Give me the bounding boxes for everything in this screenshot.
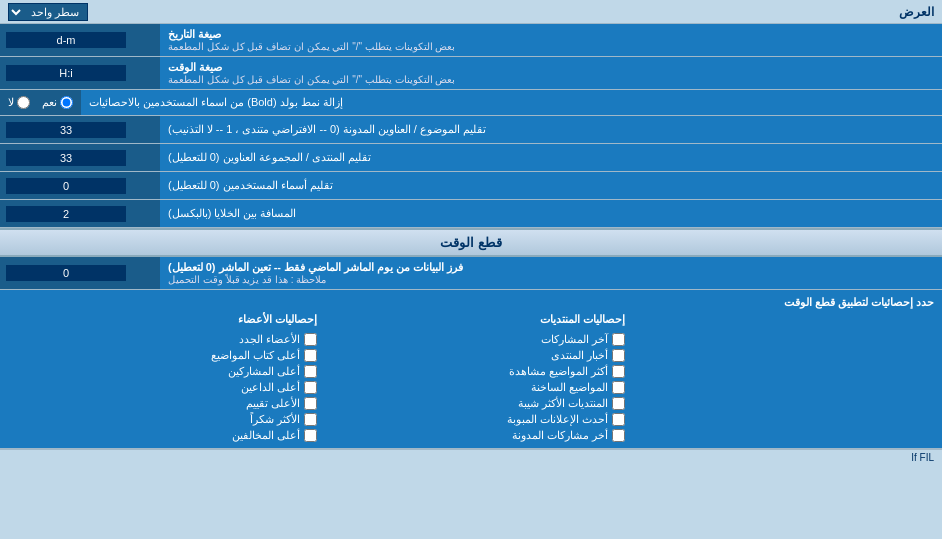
checkbox-forum-1: أخبار المنتدى: [317, 349, 626, 362]
forum-columns-label: تقليم المنتدى / المجموعة العناوين (0 للت…: [160, 144, 942, 171]
checkbox-forum-6-input[interactable]: [612, 429, 625, 442]
checkbox-forum-5: أحدث الإعلانات المبوبة: [317, 413, 626, 426]
timing-input-container: [0, 257, 160, 289]
timing-input[interactable]: [6, 265, 126, 281]
bottom-note-text: If FIL: [911, 452, 934, 463]
checkbox-forum-1-label: أخبار المنتدى: [551, 349, 608, 362]
checkbox-member-3-input[interactable]: [304, 381, 317, 394]
cell-gap-row: المسافة بين الخلايا (بالبكسل): [0, 200, 942, 228]
checkbox-member-6-input[interactable]: [304, 429, 317, 442]
user-names-input-container: [0, 172, 160, 199]
cell-gap-label: المسافة بين الخلايا (بالبكسل): [160, 200, 942, 227]
time-format-input-container: [0, 57, 160, 89]
checkbox-member-2-label: أعلى المشاركين: [228, 365, 300, 378]
checkbox-forum-4: المنتديات الأكثر شيبة: [317, 397, 626, 410]
checkbox-member-2-input[interactable]: [304, 365, 317, 378]
checkbox-member-4: الأعلى تقييم: [8, 397, 317, 410]
checkbox-forum-2: أكثر المواضيع مشاهدة: [317, 365, 626, 378]
date-format-title: صيغة التاريخ: [168, 28, 221, 41]
checkbox-member-1-input[interactable]: [304, 349, 317, 362]
checkbox-forum-2-input[interactable]: [612, 365, 625, 378]
checkbox-member-1: أعلى كتاب المواضيع: [8, 349, 317, 362]
checkbox-forum-3: المواضيع الساخنة: [317, 381, 626, 394]
checkbox-member-3: أعلى الداعين: [8, 381, 317, 394]
checkbox-member-4-label: الأعلى تقييم: [246, 397, 300, 410]
checkbox-forum-1-input[interactable]: [612, 349, 625, 362]
checkbox-col-empty: [625, 313, 934, 442]
bold-no-radio[interactable]: [17, 96, 30, 109]
time-format-row: صيغة الوقت بعض التكوينات يتطلب "/" التي …: [0, 57, 942, 90]
checkbox-forum-3-input[interactable]: [612, 381, 625, 394]
user-names-input[interactable]: [6, 178, 126, 194]
checkbox-col-members: إحصاليات الأعضاء الأعضاء الجدد أعلى كتاب…: [8, 313, 317, 442]
checkboxes-section: حدد إحصائيات لتطبيق قطع الوقت إحصاليات ا…: [0, 290, 942, 449]
checkbox-forum-6-label: أخر مشاركات المدونة: [512, 429, 608, 442]
user-names-row: تقليم أسماء المستخدمين (0 للتعطيل): [0, 172, 942, 200]
checkbox-member-5: الأكثر شكراً: [8, 413, 317, 426]
checkbox-member-6: أعلى المخالفين: [8, 429, 317, 442]
bold-no-label[interactable]: لا: [8, 96, 30, 109]
checkbox-forum-0: آخر المشاركات: [317, 333, 626, 346]
subject-columns-row: تقليم الموضوع / العناوين المدونة (0 -- ا…: [0, 116, 942, 144]
checkbox-forum-5-input[interactable]: [612, 413, 625, 426]
checkbox-forum-0-input[interactable]: [612, 333, 625, 346]
cell-gap-input[interactable]: [6, 206, 126, 222]
member-stats-title: إحصاليات الأعضاء: [8, 313, 317, 326]
checkbox-forum-4-label: المنتديات الأكثر شيبة: [518, 397, 608, 410]
subject-columns-input[interactable]: [6, 122, 126, 138]
checkbox-col-forums: إحصاليات المنتديات آخر المشاركات أخبار ا…: [317, 313, 626, 442]
checkbox-member-1-label: أعلى كتاب المواضيع: [211, 349, 300, 362]
checkbox-member-5-label: الأكثر شكراً: [250, 413, 300, 426]
timing-label: فرز البيانات من يوم الماشر الماضي فقط --…: [160, 257, 942, 289]
cell-gap-input-container: [0, 200, 160, 227]
checkbox-forum-6: أخر مشاركات المدونة: [317, 429, 626, 442]
checkbox-forum-2-label: أكثر المواضيع مشاهدة: [509, 365, 608, 378]
time-format-title: صيغة الوقت: [168, 61, 222, 74]
subject-columns-label: تقليم الموضوع / العناوين المدونة (0 -- ا…: [160, 116, 942, 143]
checkboxes-grid: إحصاليات المنتديات آخر المشاركات أخبار ا…: [8, 313, 934, 442]
checkbox-forum-3-label: المواضيع الساخنة: [531, 381, 608, 394]
bold-remove-label: إزالة نمط بولد (Bold) من اسماء المستخدمي…: [81, 90, 942, 115]
date-format-input[interactable]: [6, 32, 126, 48]
bold-no-text: لا: [8, 96, 14, 109]
checkbox-forum-4-input[interactable]: [612, 397, 625, 410]
bold-remove-options: نعم لا: [0, 90, 81, 115]
forum-stats-title: إحصاليات المنتديات: [317, 313, 626, 326]
checkbox-member-2: أعلى المشاركين: [8, 365, 317, 378]
forum-columns-input-container: [0, 144, 160, 171]
time-format-desc: بعض التكوينات يتطلب "/" التي يمكن ان تضا…: [168, 74, 455, 85]
date-format-desc: بعض التكوينات يتطلب "/" التي يمكن ان تضا…: [168, 41, 455, 52]
checkbox-member-4-input[interactable]: [304, 397, 317, 410]
bold-remove-row: إزالة نمط بولد (Bold) من اسماء المستخدمي…: [0, 90, 942, 116]
checkbox-forum-5-label: أحدث الإعلانات المبوبة: [507, 413, 608, 426]
date-format-row: صيغة التاريخ بعض التكوينات يتطلب "/" الت…: [0, 24, 942, 57]
timing-section-header: قطع الوقت: [0, 228, 942, 257]
user-names-label: تقليم أسماء المستخدمين (0 للتعطيل): [160, 172, 942, 199]
checkbox-member-6-label: أعلى المخالفين: [232, 429, 300, 442]
date-format-label: صيغة التاريخ بعض التكوينات يتطلب "/" الت…: [160, 24, 942, 56]
forum-columns-row: تقليم المنتدى / المجموعة العناوين (0 للت…: [0, 144, 942, 172]
checkbox-member-0-input[interactable]: [304, 333, 317, 346]
display-dropdown[interactable]: سطر واحدسطرانثلاثة أسطر: [8, 3, 88, 21]
subject-columns-input-container: [0, 116, 160, 143]
date-format-input-container: [0, 24, 160, 56]
bottom-note: If FIL: [0, 449, 942, 465]
main-container: العرض سطر واحدسطرانثلاثة أسطر صيغة التار…: [0, 0, 942, 465]
bold-yes-label[interactable]: نعم: [42, 96, 73, 109]
cutoff-label: حدد إحصائيات لتطبيق قطع الوقت: [8, 296, 934, 309]
checkbox-member-5-input[interactable]: [304, 413, 317, 426]
time-format-label: صيغة الوقت بعض التكوينات يتطلب "/" التي …: [160, 57, 942, 89]
timing-label-line2: ملاحظة : هذا قد يزيد قبلاً وقت التحميل: [168, 274, 326, 285]
bold-yes-radio[interactable]: [60, 96, 73, 109]
checkbox-member-0: الأعضاء الجدد: [8, 333, 317, 346]
bold-yes-text: نعم: [42, 96, 57, 109]
checkbox-member-3-label: أعلى الداعين: [241, 381, 300, 394]
forum-columns-input[interactable]: [6, 150, 126, 166]
header-row: العرض سطر واحدسطرانثلاثة أسطر: [0, 0, 942, 24]
checkbox-member-0-label: الأعضاء الجدد: [239, 333, 300, 346]
timing-label-line1: فرز البيانات من يوم الماشر الماضي فقط --…: [168, 261, 463, 274]
checkbox-forum-0-label: آخر المشاركات: [541, 333, 608, 346]
time-format-input[interactable]: [6, 65, 126, 81]
timing-row: فرز البيانات من يوم الماشر الماضي فقط --…: [0, 257, 942, 290]
header-title: العرض: [899, 5, 934, 19]
